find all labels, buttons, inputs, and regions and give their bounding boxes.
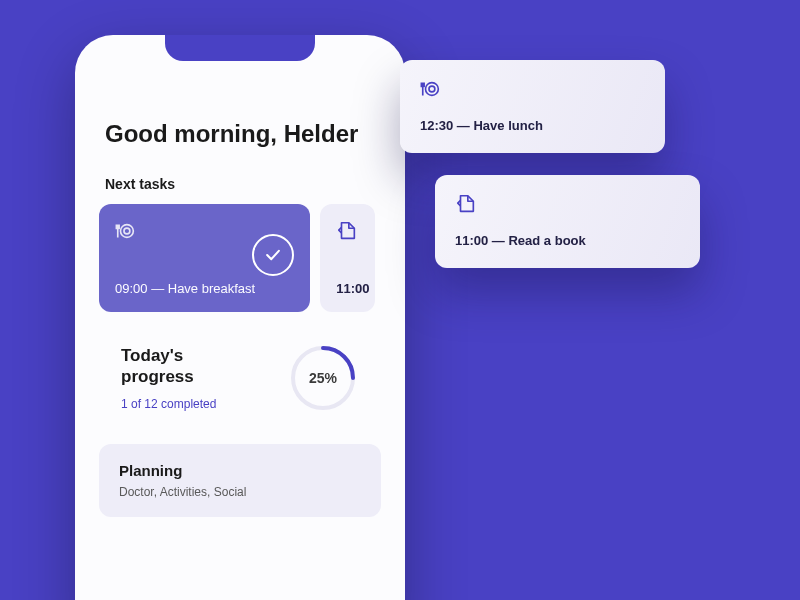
phone-content: Good morning, Helder Next tasks 09:00 — … — [75, 35, 405, 517]
book-icon — [455, 193, 680, 215]
svg-point-0 — [121, 225, 134, 238]
task-row: 09:00 — Have breakfast 11:00 — [99, 204, 375, 312]
book-icon — [336, 220, 375, 242]
floating-task-text: 11:00 — Read a book — [455, 233, 680, 248]
progress-sub: 1 of 12 completed — [121, 397, 216, 411]
planning-sub: Doctor, Activities, Social — [119, 485, 361, 499]
check-icon[interactable] — [252, 234, 294, 276]
svg-point-1 — [124, 228, 130, 234]
floating-task-book[interactable]: 11:00 — Read a book — [435, 175, 700, 268]
task-card-secondary[interactable]: 11:00 — [320, 204, 375, 312]
plate-icon — [420, 78, 645, 100]
task-text: 11:00 — [336, 281, 375, 296]
svg-point-5 — [429, 86, 435, 92]
floating-task-lunch[interactable]: 12:30 — Have lunch — [400, 60, 665, 153]
greeting-title: Good morning, Helder — [105, 120, 375, 148]
task-text: 09:00 — Have breakfast — [115, 281, 294, 296]
progress-section: Today'sprogress 1 of 12 completed 25% — [105, 342, 375, 414]
progress-ring: 25% — [287, 342, 359, 414]
progress-percent: 25% — [309, 370, 337, 386]
floating-task-text: 12:30 — Have lunch — [420, 118, 645, 133]
planning-title: Planning — [119, 462, 361, 479]
phone-notch — [165, 35, 315, 61]
phone-frame: Good morning, Helder Next tasks 09:00 — … — [75, 35, 405, 600]
task-card-breakfast[interactable]: 09:00 — Have breakfast — [99, 204, 310, 312]
progress-title: Today'sprogress — [121, 345, 216, 388]
next-tasks-label: Next tasks — [105, 176, 375, 192]
svg-point-4 — [426, 83, 439, 96]
planning-card[interactable]: Planning Doctor, Activities, Social — [99, 444, 381, 517]
progress-text: Today'sprogress 1 of 12 completed — [121, 345, 216, 412]
